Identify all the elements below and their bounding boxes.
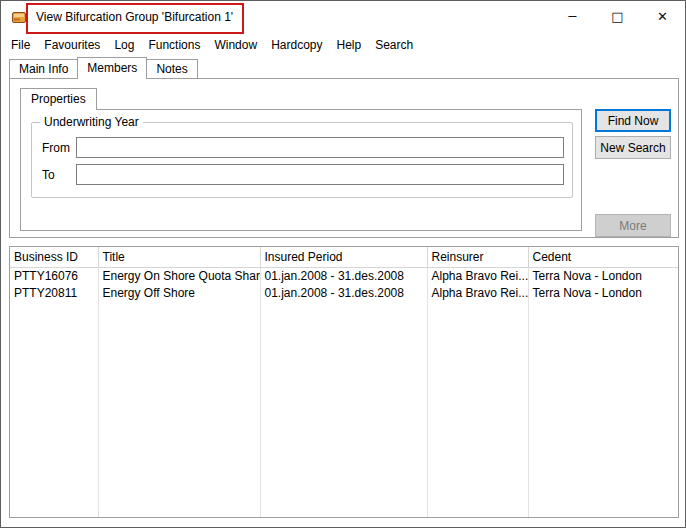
- table-empty-row: [10, 488, 678, 505]
- table-cell: [528, 352, 678, 369]
- table-cell: [528, 301, 678, 318]
- table-cell: [10, 505, 98, 518]
- table-cell: [260, 352, 427, 369]
- to-input[interactable]: [76, 164, 564, 185]
- tab-properties[interactable]: Properties: [20, 88, 97, 110]
- table-cell: [528, 454, 678, 471]
- table-cell: [10, 335, 98, 352]
- table-cell: [260, 505, 427, 518]
- table-cell: [10, 301, 98, 318]
- menu-item-file[interactable]: File: [4, 35, 37, 55]
- table-cell: Energy Off Shore: [98, 284, 260, 301]
- table-cell: PTTY20811: [10, 284, 98, 301]
- app-window: View Bifurcation Group 'Bifurcation 1' ─…: [0, 0, 686, 528]
- table-cell: [528, 318, 678, 335]
- tab-main-info[interactable]: Main Info: [9, 59, 78, 78]
- menu-item-functions[interactable]: Functions: [141, 35, 207, 55]
- more-button[interactable]: More: [595, 214, 671, 237]
- window-controls: ─ □ ✕: [550, 1, 685, 32]
- table-cell: PTTY16076: [10, 267, 98, 284]
- table-empty-row: [10, 301, 678, 318]
- table-cell: [427, 335, 528, 352]
- tab-members[interactable]: Members: [77, 57, 147, 79]
- table-cell: [427, 420, 528, 437]
- table-cell: [98, 386, 260, 403]
- table-cell: [98, 335, 260, 352]
- table-cell: [427, 403, 528, 420]
- table-cell: [427, 454, 528, 471]
- table-cell: [260, 369, 427, 386]
- table-empty-row: [10, 454, 678, 471]
- table-cell: [528, 335, 678, 352]
- table-cell: [98, 488, 260, 505]
- results-table: Business ID Title Insured Period Reinsur…: [10, 247, 678, 518]
- table-cell: [260, 335, 427, 352]
- menu-item-window[interactable]: Window: [207, 35, 264, 55]
- table-empty-row: [10, 505, 678, 518]
- menu-item-log[interactable]: Log: [107, 35, 141, 55]
- column-header-cedent[interactable]: Cedent: [528, 247, 678, 267]
- table-cell: [427, 488, 528, 505]
- table-cell: 01.jan.2008 - 31.des.2008: [260, 267, 427, 284]
- menu-item-hardcopy[interactable]: Hardcopy: [264, 35, 329, 55]
- table-cell: [260, 403, 427, 420]
- table-cell: [10, 471, 98, 488]
- find-now-button[interactable]: Find Now: [595, 109, 671, 132]
- minimize-button[interactable]: ─: [550, 1, 595, 32]
- table-cell: [260, 386, 427, 403]
- maximize-button[interactable]: □: [595, 1, 640, 32]
- table-empty-row: [10, 471, 678, 488]
- close-icon: ✕: [657, 9, 668, 24]
- underwriting-year-label: Underwriting Year: [40, 115, 143, 129]
- table-cell: [528, 437, 678, 454]
- table-cell: [528, 369, 678, 386]
- table-cell: [10, 369, 98, 386]
- table-cell: [98, 369, 260, 386]
- from-input[interactable]: [76, 137, 564, 158]
- table-cell: [10, 488, 98, 505]
- new-search-button[interactable]: New Search: [595, 136, 671, 159]
- tab-strip: Main Info Members Notes: [9, 57, 198, 78]
- menu-item-search[interactable]: Search: [368, 35, 420, 55]
- table-empty-row: [10, 352, 678, 369]
- members-tab-page: Properties Underwriting Year From To Fin…: [9, 78, 679, 238]
- table-empty-row: [10, 437, 678, 454]
- table-cell: [260, 471, 427, 488]
- results-table-body: PTTY16076Energy On Shore Quota Share01.j…: [10, 267, 678, 518]
- table-cell: [98, 437, 260, 454]
- table-cell: [98, 352, 260, 369]
- table-cell: [427, 301, 528, 318]
- column-header-insured-period[interactable]: Insured Period: [260, 247, 427, 267]
- table-empty-row: [10, 318, 678, 335]
- table-cell: [98, 454, 260, 471]
- column-header-reinsurer[interactable]: Reinsurer: [427, 247, 528, 267]
- table-cell: [10, 420, 98, 437]
- table-row[interactable]: PTTY16076Energy On Shore Quota Share01.j…: [10, 267, 678, 284]
- table-row[interactable]: PTTY20811Energy Off Shore01.jan.2008 - 3…: [10, 284, 678, 301]
- maximize-icon: □: [611, 9, 623, 24]
- table-cell: [427, 471, 528, 488]
- app-icon: [11, 9, 27, 25]
- window-title: View Bifurcation Group 'Bifurcation 1': [36, 10, 233, 24]
- table-empty-row: [10, 386, 678, 403]
- column-header-title[interactable]: Title: [98, 247, 260, 267]
- table-cell: [98, 301, 260, 318]
- table-header-row: Business ID Title Insured Period Reinsur…: [10, 247, 678, 267]
- table-cell: [260, 437, 427, 454]
- tab-notes[interactable]: Notes: [146, 59, 197, 78]
- table-cell: [528, 505, 678, 518]
- table-cell: [528, 471, 678, 488]
- table-cell: [10, 352, 98, 369]
- menu-item-favourites[interactable]: Favourites: [37, 35, 107, 55]
- table-cell: [260, 488, 427, 505]
- underwriting-year-group: Underwriting Year From To: [31, 122, 573, 198]
- table-cell: [427, 369, 528, 386]
- close-button[interactable]: ✕: [640, 1, 685, 32]
- table-cell: [260, 318, 427, 335]
- menu-bar: File Favourites Log Functions Window Har…: [1, 33, 685, 57]
- table-cell: Energy On Shore Quota Share: [98, 267, 260, 284]
- column-header-business-id[interactable]: Business ID: [10, 247, 98, 267]
- table-cell: [427, 437, 528, 454]
- menu-item-help[interactable]: Help: [329, 35, 368, 55]
- table-cell: [427, 352, 528, 369]
